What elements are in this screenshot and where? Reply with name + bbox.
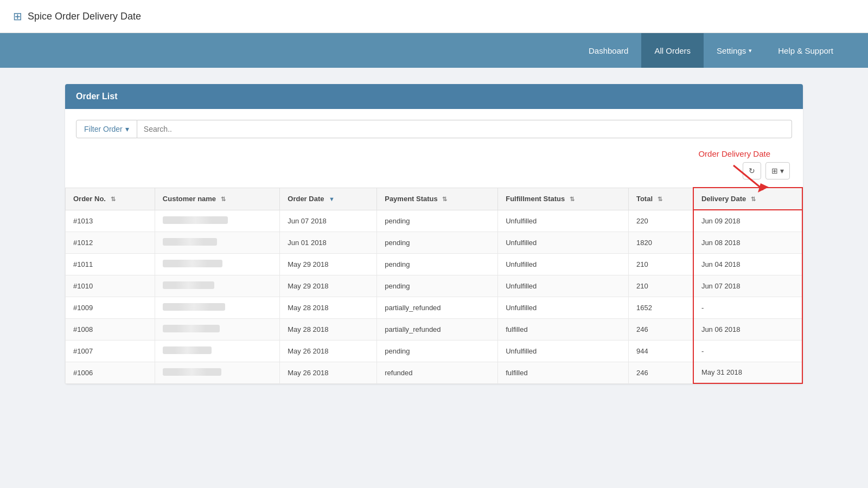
col-fulfillment-status: Fulfillment Status ⇅ (498, 188, 629, 210)
cell-order-no: #1007 (66, 340, 155, 362)
cell-order-date: May 28 2018 (280, 297, 377, 318)
nav-settings[interactable]: Settings ▾ (704, 33, 765, 68)
cell-order-no: #1006 (66, 362, 155, 383)
cell-customer-name (155, 253, 279, 275)
cell-fulfillment-status: Unfulfilled (498, 275, 629, 297)
annotation-label: Order Delivery Date (698, 149, 770, 158)
table-header-row: Order No. ⇅ Customer name ⇅ Order Date ▼… (66, 188, 803, 210)
cell-delivery-date: Jun 06 2018 (693, 318, 802, 340)
cell-payment-status: pending (377, 275, 498, 297)
table-row[interactable]: #1012Jun 01 2018pendingUnfulfilled1820Ju… (66, 232, 803, 253)
cell-order-no: #1011 (66, 253, 155, 275)
table-row[interactable]: #1010May 29 2018pendingUnfulfilled210Jun… (66, 275, 803, 297)
sort-order-date-icon[interactable]: ▼ (329, 196, 335, 202)
cell-delivery-date: - (693, 297, 802, 318)
cell-total: 210 (628, 253, 693, 275)
annotation-area: Order Delivery Date ↻ ⊞ ▾ (65, 144, 803, 187)
filter-dropdown-icon: ▾ (125, 125, 129, 133)
nav-dashboard[interactable]: Dashboard (576, 33, 641, 68)
sort-order-no-icon[interactable]: ⇅ (111, 196, 116, 203)
app-title: Spice Order Delivery Date (28, 11, 141, 22)
cell-delivery-date: Jun 04 2018 (693, 253, 802, 275)
cell-payment-status: partially_refunded (377, 318, 498, 340)
cell-order-no: #1012 (66, 232, 155, 253)
settings-dropdown-icon: ▾ (749, 47, 752, 54)
cell-order-date: May 26 2018 (280, 362, 377, 383)
order-list-card: Order List Filter Order ▾ Order Delivery… (65, 84, 803, 384)
table-row[interactable]: #1013Jun 07 2018pendingUnfulfilled220Jun… (66, 210, 803, 232)
app-title-bar: ⊞ Spice Order Delivery Date (0, 0, 868, 33)
cell-fulfillment-status: Unfulfilled (498, 253, 629, 275)
cell-payment-status: pending (377, 210, 498, 232)
cell-order-no: #1008 (66, 318, 155, 340)
annotation-arrow (728, 163, 771, 195)
svg-line-0 (733, 165, 763, 190)
cell-fulfillment-status: fulfilled (498, 362, 629, 383)
table-row[interactable]: #1009May 28 2018partially_refundedUnfulf… (66, 297, 803, 318)
cell-fulfillment-status: fulfilled (498, 318, 629, 340)
cell-delivery-date: May 31 2018 (693, 362, 802, 383)
cell-order-date: May 29 2018 (280, 253, 377, 275)
table-row[interactable]: #1011May 29 2018pendingUnfulfilled210Jun… (66, 253, 803, 275)
cell-customer-name (155, 232, 279, 253)
col-order-no: Order No. ⇅ (66, 188, 155, 210)
cell-customer-name (155, 297, 279, 318)
cell-fulfillment-status: Unfulfilled (498, 297, 629, 318)
main-content: Order List Filter Order ▾ Order Delivery… (0, 68, 868, 400)
app-icon: ⊞ (13, 10, 22, 23)
cell-order-date: Jun 07 2018 (280, 210, 377, 232)
cell-total: 944 (628, 340, 693, 362)
nav-bar: Dashboard All Orders Settings ▾ Help & S… (0, 33, 868, 68)
svg-marker-1 (758, 183, 769, 192)
cell-payment-status: refunded (377, 362, 498, 383)
sort-customer-icon[interactable]: ⇅ (221, 196, 226, 203)
table-row[interactable]: #1008May 28 2018partially_refundedfulfil… (66, 318, 803, 340)
filter-row: Filter Order ▾ (65, 109, 803, 144)
cell-customer-name (155, 210, 279, 232)
cell-fulfillment-status: Unfulfilled (498, 340, 629, 362)
cell-order-date: May 26 2018 (280, 340, 377, 362)
cell-customer-name (155, 275, 279, 297)
cell-total: 1820 (628, 232, 693, 253)
cell-delivery-date: Jun 07 2018 (693, 275, 802, 297)
cell-order-date: May 28 2018 (280, 318, 377, 340)
cell-fulfillment-status: Unfulfilled (498, 210, 629, 232)
sort-total-icon[interactable]: ⇅ (658, 196, 662, 203)
sort-fulfillment-icon[interactable]: ⇅ (570, 196, 575, 203)
cell-customer-name (155, 340, 279, 362)
cell-customer-name (155, 318, 279, 340)
order-table: Order No. ⇅ Customer name ⇅ Order Date ▼… (65, 187, 803, 384)
cell-order-no: #1009 (66, 297, 155, 318)
filter-order-button[interactable]: Filter Order ▾ (76, 120, 137, 138)
cell-payment-status: pending (377, 253, 498, 275)
columns-icon: ⊞ (771, 166, 778, 175)
cell-total: 220 (628, 210, 693, 232)
cell-delivery-date: - (693, 340, 802, 362)
col-customer-name: Customer name ⇅ (155, 188, 279, 210)
cell-order-date: May 29 2018 (280, 275, 377, 297)
search-input[interactable] (137, 120, 792, 138)
cell-total: 246 (628, 362, 693, 383)
cell-order-date: Jun 01 2018 (280, 232, 377, 253)
cell-delivery-date: Jun 09 2018 (693, 210, 802, 232)
nav-all-orders[interactable]: All Orders (641, 33, 704, 68)
col-total: Total ⇅ (628, 188, 693, 210)
cell-order-no: #1010 (66, 275, 155, 297)
cell-fulfillment-status: Unfulfilled (498, 232, 629, 253)
sort-payment-icon[interactable]: ⇅ (442, 196, 447, 203)
cell-order-no: #1013 (66, 210, 155, 232)
cell-total: 246 (628, 318, 693, 340)
cell-payment-status: pending (377, 340, 498, 362)
cell-customer-name (155, 362, 279, 383)
table-row[interactable]: #1006May 26 2018refundedfulfilled246May … (66, 362, 803, 383)
col-payment-status: Payment Status ⇅ (377, 188, 498, 210)
cell-payment-status: pending (377, 232, 498, 253)
nav-help-support[interactable]: Help & Support (765, 33, 846, 68)
order-list-header: Order List (65, 84, 803, 109)
cell-total: 210 (628, 275, 693, 297)
sort-delivery-icon[interactable]: ⇅ (751, 196, 756, 203)
col-order-date: Order Date ▼ (280, 188, 377, 210)
table-row[interactable]: #1007May 26 2018pendingUnfulfilled944- (66, 340, 803, 362)
cell-total: 1652 (628, 297, 693, 318)
columns-dropdown-icon: ▾ (780, 166, 784, 175)
